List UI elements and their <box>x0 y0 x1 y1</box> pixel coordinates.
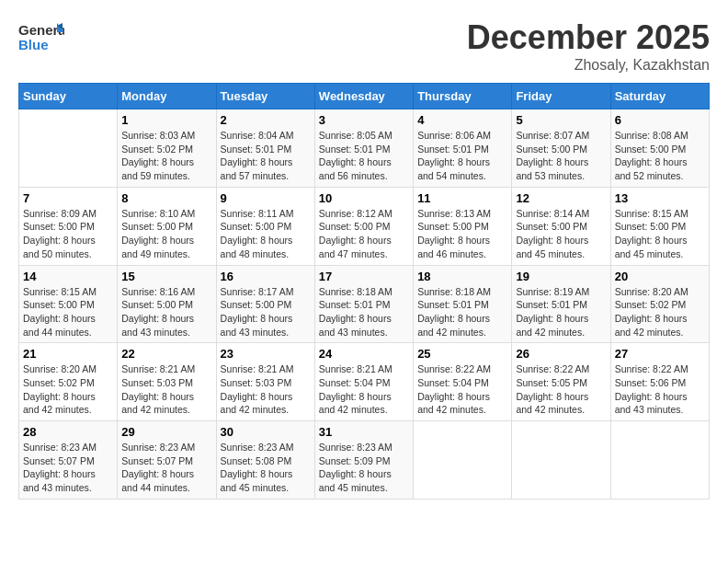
day-number: 23 <box>221 347 311 361</box>
day-number: 15 <box>121 270 211 283</box>
logo: General Blue <box>18 18 64 63</box>
day-number: 9 <box>221 191 311 205</box>
day-number: 21 <box>23 347 113 361</box>
calendar-header-row: SundayMondayTuesdayWednesdayThursdayFrid… <box>19 84 710 109</box>
month-title: December 2025 <box>467 18 710 57</box>
day-info: Sunrise: 8:23 AMSunset: 5:07 PMDaylight:… <box>121 441 211 495</box>
day-info: Sunrise: 8:14 AMSunset: 5:00 PMDaylight:… <box>516 207 606 261</box>
week-row-4: 21Sunrise: 8:20 AMSunset: 5:02 PMDayligh… <box>19 343 710 421</box>
week-row-3: 14Sunrise: 8:15 AMSunset: 5:00 PMDayligh… <box>19 265 710 343</box>
day-cell: 19Sunrise: 8:19 AMSunset: 5:01 PMDayligh… <box>512 265 610 343</box>
day-cell: 31Sunrise: 8:23 AMSunset: 5:09 PMDayligh… <box>314 421 413 500</box>
day-info: Sunrise: 8:23 AMSunset: 5:09 PMDaylight:… <box>319 441 409 495</box>
day-cell: 23Sunrise: 8:21 AMSunset: 5:03 PMDayligh… <box>216 343 314 421</box>
day-cell: 22Sunrise: 8:21 AMSunset: 5:03 PMDayligh… <box>118 343 216 421</box>
day-cell: 14Sunrise: 8:15 AMSunset: 5:00 PMDayligh… <box>19 265 118 343</box>
day-number: 31 <box>319 425 409 439</box>
header-day-monday: Monday <box>118 84 216 109</box>
day-info: Sunrise: 8:22 AMSunset: 5:06 PMDaylight:… <box>615 362 705 417</box>
day-cell: 24Sunrise: 8:21 AMSunset: 5:04 PMDayligh… <box>314 343 413 421</box>
logo-graphic: General Blue <box>18 18 64 63</box>
day-cell: 13Sunrise: 8:15 AMSunset: 5:00 PMDayligh… <box>610 187 709 265</box>
day-info: Sunrise: 8:22 AMSunset: 5:04 PMDaylight:… <box>417 362 507 417</box>
header-day-wednesday: Wednesday <box>314 84 413 109</box>
day-cell <box>19 109 118 188</box>
day-number: 10 <box>319 191 409 205</box>
day-info: Sunrise: 8:21 AMSunset: 5:03 PMDaylight:… <box>221 362 311 417</box>
day-cell: 18Sunrise: 8:18 AMSunset: 5:01 PMDayligh… <box>414 265 512 343</box>
day-number: 7 <box>23 191 113 205</box>
day-number: 8 <box>121 191 211 205</box>
day-cell: 15Sunrise: 8:16 AMSunset: 5:00 PMDayligh… <box>118 265 216 343</box>
header-day-friday: Friday <box>512 84 610 109</box>
day-number: 1 <box>121 113 211 127</box>
day-number: 30 <box>221 425 311 439</box>
day-info: Sunrise: 8:08 AMSunset: 5:00 PMDaylight:… <box>615 129 705 183</box>
day-number: 12 <box>516 191 606 205</box>
day-cell: 1Sunrise: 8:03 AMSunset: 5:02 PMDaylight… <box>118 109 216 188</box>
day-info: Sunrise: 8:23 AMSunset: 5:07 PMDaylight:… <box>23 441 113 495</box>
day-cell: 21Sunrise: 8:20 AMSunset: 5:02 PMDayligh… <box>19 343 118 421</box>
day-cell: 8Sunrise: 8:10 AMSunset: 5:00 PMDaylight… <box>118 187 216 265</box>
header-day-thursday: Thursday <box>414 84 512 109</box>
svg-text:Blue: Blue <box>18 37 49 52</box>
day-cell: 9Sunrise: 8:11 AMSunset: 5:00 PMDaylight… <box>216 187 314 265</box>
title-area: December 2025 Zhosaly, Kazakhstan <box>467 18 710 74</box>
day-number: 2 <box>221 113 311 127</box>
day-number: 18 <box>417 270 507 283</box>
day-cell: 29Sunrise: 8:23 AMSunset: 5:07 PMDayligh… <box>118 421 216 500</box>
day-number: 13 <box>615 191 705 205</box>
page-header: General Blue December 2025 Zhosaly, Kaza… <box>18 18 710 74</box>
day-number: 22 <box>121 347 211 361</box>
day-info: Sunrise: 8:15 AMSunset: 5:00 PMDaylight:… <box>23 285 113 339</box>
day-cell <box>610 421 709 500</box>
day-number: 5 <box>516 113 606 127</box>
day-cell: 25Sunrise: 8:22 AMSunset: 5:04 PMDayligh… <box>414 343 512 421</box>
day-cell: 7Sunrise: 8:09 AMSunset: 5:00 PMDaylight… <box>19 187 118 265</box>
day-number: 27 <box>615 347 705 361</box>
day-info: Sunrise: 8:10 AMSunset: 5:00 PMDaylight:… <box>121 207 211 261</box>
day-cell: 12Sunrise: 8:14 AMSunset: 5:00 PMDayligh… <box>512 187 610 265</box>
day-info: Sunrise: 8:16 AMSunset: 5:00 PMDaylight:… <box>121 285 211 339</box>
day-cell: 16Sunrise: 8:17 AMSunset: 5:00 PMDayligh… <box>216 265 314 343</box>
day-cell <box>414 421 512 500</box>
location-title: Zhosaly, Kazakhstan <box>467 57 710 74</box>
day-info: Sunrise: 8:05 AMSunset: 5:01 PMDaylight:… <box>319 129 409 183</box>
day-number: 4 <box>417 113 507 127</box>
day-number: 25 <box>417 347 507 361</box>
day-number: 29 <box>121 425 211 439</box>
day-info: Sunrise: 8:03 AMSunset: 5:02 PMDaylight:… <box>121 129 211 183</box>
day-number: 14 <box>23 270 113 283</box>
day-cell: 30Sunrise: 8:23 AMSunset: 5:08 PMDayligh… <box>216 421 314 500</box>
day-info: Sunrise: 8:07 AMSunset: 5:00 PMDaylight:… <box>516 129 606 183</box>
day-info: Sunrise: 8:11 AMSunset: 5:00 PMDaylight:… <box>221 207 311 261</box>
day-info: Sunrise: 8:21 AMSunset: 5:03 PMDaylight:… <box>121 362 211 417</box>
day-cell: 17Sunrise: 8:18 AMSunset: 5:01 PMDayligh… <box>314 265 413 343</box>
day-cell: 2Sunrise: 8:04 AMSunset: 5:01 PMDaylight… <box>216 109 314 188</box>
day-info: Sunrise: 8:17 AMSunset: 5:00 PMDaylight:… <box>221 285 311 339</box>
week-row-5: 28Sunrise: 8:23 AMSunset: 5:07 PMDayligh… <box>19 421 710 500</box>
day-cell: 10Sunrise: 8:12 AMSunset: 5:00 PMDayligh… <box>314 187 413 265</box>
day-info: Sunrise: 8:20 AMSunset: 5:02 PMDaylight:… <box>615 285 705 339</box>
day-cell: 4Sunrise: 8:06 AMSunset: 5:01 PMDaylight… <box>414 109 512 188</box>
day-info: Sunrise: 8:21 AMSunset: 5:04 PMDaylight:… <box>319 362 409 417</box>
day-number: 28 <box>23 425 113 439</box>
day-cell: 27Sunrise: 8:22 AMSunset: 5:06 PMDayligh… <box>610 343 709 421</box>
day-info: Sunrise: 8:23 AMSunset: 5:08 PMDaylight:… <box>221 441 311 495</box>
header-day-saturday: Saturday <box>610 84 709 109</box>
week-row-1: 1Sunrise: 8:03 AMSunset: 5:02 PMDaylight… <box>19 109 710 188</box>
day-number: 3 <box>319 113 409 127</box>
day-number: 26 <box>516 347 606 361</box>
week-row-2: 7Sunrise: 8:09 AMSunset: 5:00 PMDaylight… <box>19 187 710 265</box>
day-cell: 20Sunrise: 8:20 AMSunset: 5:02 PMDayligh… <box>610 265 709 343</box>
day-number: 6 <box>615 113 705 127</box>
day-number: 16 <box>221 270 311 283</box>
calendar-table: SundayMondayTuesdayWednesdayThursdayFrid… <box>18 83 710 500</box>
day-cell: 26Sunrise: 8:22 AMSunset: 5:05 PMDayligh… <box>512 343 610 421</box>
day-cell: 11Sunrise: 8:13 AMSunset: 5:00 PMDayligh… <box>414 187 512 265</box>
day-cell: 28Sunrise: 8:23 AMSunset: 5:07 PMDayligh… <box>19 421 118 500</box>
day-info: Sunrise: 8:13 AMSunset: 5:00 PMDaylight:… <box>417 207 507 261</box>
day-cell: 3Sunrise: 8:05 AMSunset: 5:01 PMDaylight… <box>314 109 413 188</box>
day-number: 24 <box>319 347 409 361</box>
header-day-tuesday: Tuesday <box>216 84 314 109</box>
